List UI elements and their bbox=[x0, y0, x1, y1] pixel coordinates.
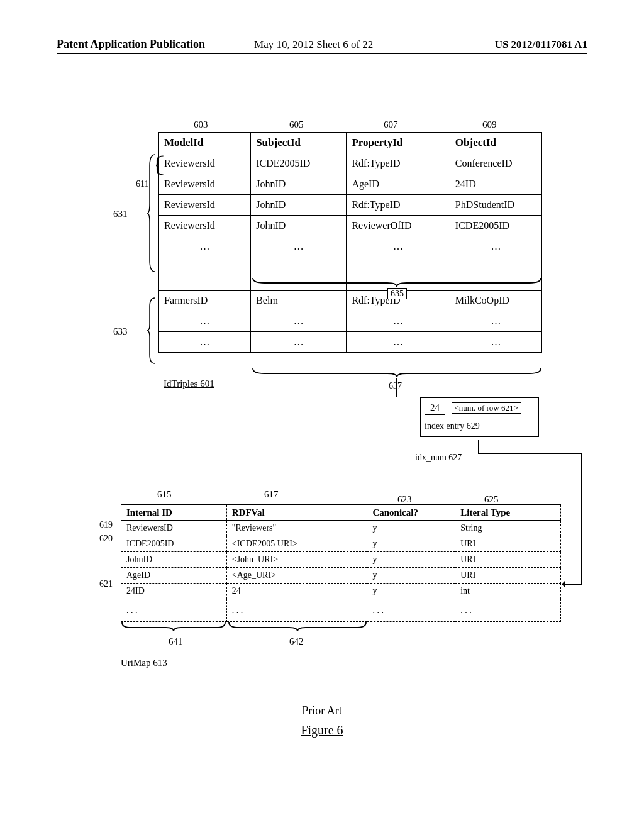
table-row: ………… bbox=[159, 332, 542, 353]
urimap-caption: UriMap 613 bbox=[121, 658, 167, 668]
ref-633: 633 bbox=[113, 326, 128, 337]
table-row: 24ID24yint bbox=[121, 584, 561, 599]
ref-642: 642 bbox=[289, 636, 304, 647]
table-row: ReviewersID"Reviewers"yString bbox=[121, 521, 561, 536]
table-row: ReviewersIdICDE2005IDRdf:TypeIDConferenc… bbox=[159, 153, 542, 174]
table-header-row: Internal ID RDFVal Canonical? Literal Ty… bbox=[121, 505, 561, 521]
connector-line bbox=[478, 453, 582, 454]
col-subjectid: SubjectId bbox=[251, 133, 347, 153]
col-internalid: Internal ID bbox=[121, 505, 227, 521]
row-ref-620: 620 bbox=[99, 534, 113, 544]
row-ref-621: 621 bbox=[99, 579, 113, 589]
table-row: AgeID<Age_URI>yURI bbox=[121, 568, 561, 584]
page-header: Patent Application Publication May 10, 2… bbox=[0, 38, 644, 51]
idtriples-table: ModelId SubjectId PropertyId ObjectId Re… bbox=[158, 132, 542, 353]
ref-641: 641 bbox=[169, 636, 183, 647]
date-sheet: May 10, 2012 Sheet 6 of 22 bbox=[254, 38, 373, 51]
brace-642 bbox=[228, 621, 367, 631]
brace-611 bbox=[156, 155, 160, 176]
col-ref-623: 623 bbox=[397, 494, 412, 505]
col-ref-603: 603 bbox=[194, 119, 208, 130]
table-row: FarmersIDBelmRdf:TypeIDMilkCoOpID bbox=[159, 290, 542, 311]
col-objectid: ObjectId bbox=[450, 133, 541, 153]
index-entry-label: index entry 629 bbox=[425, 421, 535, 431]
ref-611: 611 bbox=[136, 179, 148, 189]
ref-631: 631 bbox=[113, 209, 128, 219]
col-ref-609: 609 bbox=[482, 119, 497, 130]
col-ref-605: 605 bbox=[289, 119, 304, 130]
connector-line bbox=[581, 453, 582, 585]
index-row-pointer: <num. of row 621> bbox=[452, 402, 521, 414]
table-row: ReviewersIdJohnIDReviewerOfIDICDE2005ID bbox=[159, 216, 542, 236]
brace-641 bbox=[121, 621, 226, 631]
col-ref-607: 607 bbox=[384, 119, 398, 130]
publication-number: US 2012/0117081 A1 bbox=[495, 38, 587, 51]
table-row: JohnID<John_URI>yURI bbox=[121, 552, 561, 568]
table-gap bbox=[159, 257, 542, 274]
index-value: 24 bbox=[425, 401, 445, 415]
brace-635 bbox=[252, 277, 542, 287]
idtriples-caption: IdTriples 601 bbox=[164, 379, 214, 389]
col-ref-625: 625 bbox=[484, 494, 499, 505]
brace-631 bbox=[147, 153, 156, 273]
brace-633 bbox=[147, 297, 156, 365]
row-ref-619: 619 bbox=[99, 520, 113, 530]
header-rule bbox=[57, 53, 587, 54]
col-ref-615: 615 bbox=[157, 489, 172, 500]
table-row: ………… bbox=[159, 311, 542, 332]
col-canonical: Canonical? bbox=[367, 505, 455, 521]
table-row: ………… bbox=[159, 236, 542, 257]
table-row: ICDE2005ID<ICDE2005 URI>yURI bbox=[121, 536, 561, 552]
figure-caption: Figure 6 bbox=[0, 723, 644, 738]
col-rdfval: RDFVal bbox=[226, 505, 367, 521]
brace-637 bbox=[252, 367, 542, 377]
ref-635: 635 bbox=[387, 288, 407, 299]
table-header-row: ModelId SubjectId PropertyId ObjectId bbox=[159, 133, 542, 153]
table-row: ReviewersIdJohnIDRdf:TypeIDPhDStudentID bbox=[159, 195, 542, 216]
col-literaltype: Literal Type bbox=[455, 505, 561, 521]
connector-line bbox=[478, 440, 479, 453]
publication-label: Patent Application Publication bbox=[57, 38, 205, 51]
table-row: ReviewersIdJohnIDAgeID24ID bbox=[159, 174, 542, 195]
index-entry-box: 24 <num. of row 621> index entry 629 bbox=[420, 397, 539, 437]
arrow-into-row bbox=[564, 584, 582, 585]
ref-637: 637 bbox=[389, 381, 402, 391]
idx-num-label: idx_num 627 bbox=[415, 453, 462, 463]
connector-line bbox=[396, 378, 397, 397]
col-ref-617: 617 bbox=[264, 489, 279, 500]
urimap-table: Internal ID RDFVal Canonical? Literal Ty… bbox=[121, 504, 561, 622]
col-propertyid: PropertyId bbox=[347, 133, 450, 153]
prior-art-label: Prior Art bbox=[0, 704, 644, 717]
table-row: . . .. . .. . .. . . bbox=[121, 599, 561, 622]
col-modelid: ModelId bbox=[159, 133, 251, 153]
